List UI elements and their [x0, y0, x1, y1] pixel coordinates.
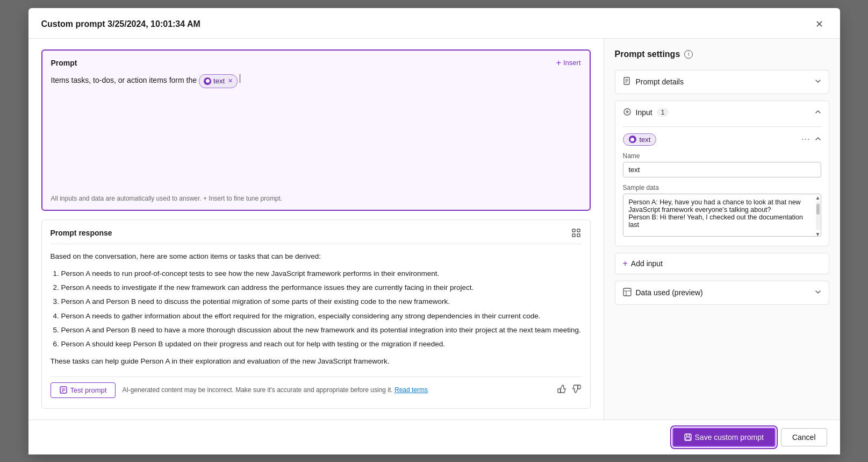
data-used-header[interactable]: Data used (preview)	[615, 281, 829, 304]
modal: Custom prompt 3/25/2024, 10:01:34 AM ✕ P…	[28, 8, 840, 454]
list-item: Person A and Person B need to discuss th…	[61, 296, 582, 308]
svg-rect-17	[623, 288, 631, 296]
svg-rect-2	[572, 234, 575, 237]
response-conclusion: These tasks can help guide Person A in t…	[51, 356, 582, 367]
input-tag-label: text	[213, 76, 225, 87]
data-used-icon	[623, 288, 632, 298]
scroll-down-arrow[interactable]: ▼	[815, 231, 821, 237]
modal-footer: Save custom prompt Cancel	[28, 420, 840, 454]
plus-icon: +	[556, 58, 561, 68]
cancel-button[interactable]: Cancel	[781, 428, 827, 446]
input-chevron	[815, 109, 821, 117]
modal-body: Prompt + Insert Items tasks, to-dos, or …	[28, 39, 840, 420]
insert-button[interactable]: + Insert	[556, 58, 581, 68]
modal-header: Custom prompt 3/25/2024, 10:01:34 AM ✕	[28, 8, 840, 39]
scroll-thumb	[816, 204, 820, 215]
response-section: Prompt response Based on the conversatio…	[41, 219, 591, 409]
prompt-hint: All inputs and data are automatically us…	[51, 195, 581, 202]
input-item-collapse-button[interactable]	[815, 136, 821, 144]
settings-header: Prompt settings i	[615, 49, 829, 59]
input-accordion-body: text ···	[615, 126, 829, 246]
sample-data-label: Sample data	[623, 184, 821, 191]
response-content: Based on the conversation, here are some…	[51, 251, 582, 368]
svg-rect-8	[558, 389, 561, 393]
sample-data-wrapper: Person A: Hey, have you had a chance to …	[623, 194, 821, 238]
modal-backdrop: Custom prompt 3/25/2024, 10:01:34 AM ✕ P…	[0, 0, 868, 462]
thumbs-down-icon[interactable]	[572, 384, 582, 396]
prompt-details-header[interactable]: Prompt details	[615, 70, 829, 94]
response-label: Prompt response	[51, 229, 112, 237]
input-item-tag: text	[623, 133, 657, 146]
svg-rect-22	[686, 437, 690, 440]
input-tag-icon	[204, 77, 211, 85]
right-panel: Prompt settings i	[604, 39, 840, 420]
add-input-plus-icon: +	[623, 259, 628, 268]
read-terms-link[interactable]: Read terms	[394, 386, 428, 394]
prompt-details-label: Prompt details	[636, 77, 684, 86]
svg-rect-21	[686, 434, 690, 436]
text-cursor	[240, 74, 240, 83]
data-used-header-left: Data used (preview)	[623, 288, 703, 298]
textarea-scrollbar: ▲ ▼	[815, 194, 821, 238]
response-footer: Test prompt AI-generated content may be …	[51, 376, 582, 398]
feedback-icons	[557, 384, 582, 396]
input-label: Input	[636, 108, 652, 117]
add-input-button[interactable]: + Add input	[615, 253, 829, 274]
tag-close-icon[interactable]: ✕	[228, 76, 233, 86]
expand-icon[interactable]	[571, 228, 582, 238]
prompt-section-header: Prompt + Insert	[51, 58, 581, 68]
data-used-label: Data used (preview)	[636, 288, 703, 297]
test-prompt-button[interactable]: Test prompt	[51, 382, 116, 398]
sample-data-textarea[interactable]: Person A: Hey, have you had a chance to …	[623, 194, 821, 237]
test-icon	[60, 386, 67, 394]
input-item-actions: ···	[801, 134, 821, 144]
input-badge: 1	[657, 108, 669, 117]
add-input-label: Add input	[631, 259, 663, 268]
input-header-left: Input 1	[623, 108, 669, 118]
prompt-details-chevron	[815, 78, 821, 86]
save-button-label: Save custom prompt	[695, 433, 764, 442]
input-tag[interactable]: text ✕	[199, 74, 238, 89]
name-field-value: text	[623, 162, 821, 177]
input-item-tag-label: text	[640, 136, 651, 144]
close-button[interactable]: ✕	[812, 17, 827, 32]
section-divider	[623, 126, 821, 127]
prompt-label: Prompt	[51, 59, 77, 67]
response-header: Prompt response	[51, 228, 582, 244]
scroll-track[interactable]	[816, 202, 820, 230]
list-item: Person A needs to gather information abo…	[61, 310, 582, 322]
input-accordion-header[interactable]: Input 1	[615, 101, 829, 124]
prompt-content: Items tasks, to-dos, or action items for…	[51, 74, 581, 188]
svg-rect-3	[577, 234, 580, 237]
data-used-accordion: Data used (preview)	[615, 281, 829, 305]
input-item-menu-button[interactable]: ···	[801, 134, 810, 144]
svg-rect-9	[578, 385, 580, 389]
list-item: Person A should keep Person B updated on…	[61, 338, 582, 350]
response-intro: Based on the conversation, here are some…	[51, 251, 582, 262]
ai-disclaimer: AI-generated content may be incorrect. M…	[122, 386, 550, 394]
input-item-header: text ···	[623, 133, 821, 146]
svg-rect-0	[572, 229, 575, 232]
input-item-tag-icon	[629, 136, 636, 143]
prompt-details-accordion: Prompt details	[615, 70, 829, 94]
list-item: Person A and Person B need to have a mor…	[61, 324, 582, 336]
scroll-up-arrow[interactable]: ▲	[815, 195, 821, 201]
prompt-details-header-left: Prompt details	[623, 77, 684, 87]
list-item: Person A needs to run proof-of-concept t…	[61, 268, 582, 280]
response-list: Person A needs to run proof-of-concept t…	[51, 268, 582, 351]
thumbs-up-icon[interactable]	[557, 384, 566, 396]
info-icon[interactable]: i	[684, 50, 693, 59]
document-icon	[623, 77, 632, 87]
prompt-text: Items tasks, to-dos, or action items for…	[51, 74, 197, 86]
save-custom-prompt-button[interactable]: Save custom prompt	[672, 428, 776, 447]
input-icon	[623, 108, 632, 118]
prompt-section: Prompt + Insert Items tasks, to-dos, or …	[41, 49, 591, 211]
settings-title: Prompt settings	[615, 49, 680, 59]
left-panel: Prompt + Insert Items tasks, to-dos, or …	[28, 39, 604, 420]
svg-rect-1	[577, 229, 580, 232]
modal-title: Custom prompt 3/25/2024, 10:01:34 AM	[41, 19, 200, 29]
save-icon	[684, 433, 692, 441]
input-accordion: Input 1	[615, 101, 829, 246]
list-item: Person A needs to investigate if the new…	[61, 282, 582, 294]
name-field-label: Name	[623, 152, 821, 160]
